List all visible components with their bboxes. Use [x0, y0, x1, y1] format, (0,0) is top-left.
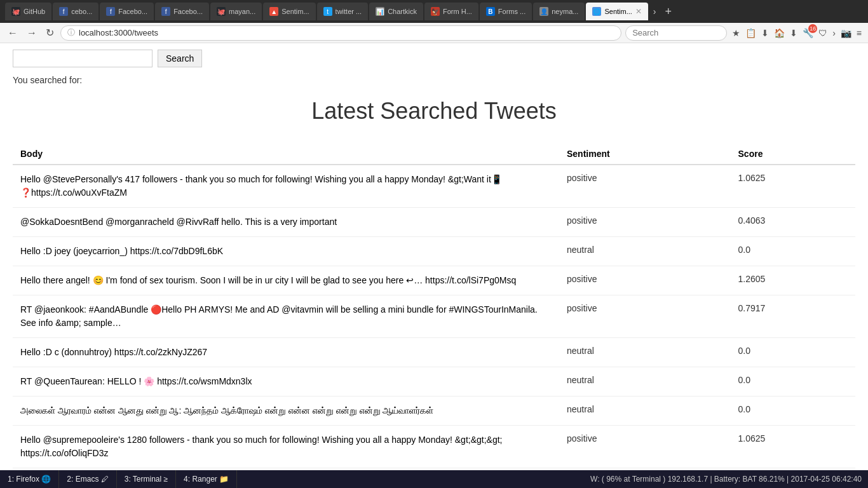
tweet-sentiment-cell: positive — [559, 295, 731, 338]
tweets-body: Hello @StevePersonally's 417 followers -… — [13, 165, 855, 488]
tweet-body-cell: Hello there angel! 😊 I'm fond of sex tou… — [13, 266, 559, 295]
url-display: localhost:3000/tweets — [79, 28, 158, 37]
search-bar: Search — [13, 50, 855, 67]
tab-mayan[interactable]: 🐙 mayan... — [210, 3, 262, 20]
new-tab-button[interactable]: + — [661, 5, 676, 18]
tweet-body-cell: RT @jaeonkook: #AandABundle 🔴Hello PH AR… — [13, 295, 559, 338]
taskbar-firefox[interactable]: 1: Firefox 🌐 — [0, 470, 59, 488]
table-row: Hello @StevePersonally's 417 followers -… — [13, 165, 855, 208]
tab-close-icon[interactable]: ✕ — [635, 7, 642, 16]
taskbar: 1: Firefox 🌐 2: Emacs 🖊 3: Terminal ≥ 4:… — [0, 470, 868, 488]
tweet-score-cell: 1.0625 — [731, 165, 855, 208]
tweets-table: Body Sentiment Score Hello @StevePersona… — [13, 144, 855, 488]
tweet-body-cell: @SokkaDoesntBend @morganracheld @RivvRaf… — [13, 208, 559, 237]
page-content: Search You searched for: Latest Searched… — [0, 43, 868, 488]
search-button[interactable]: Search — [158, 50, 202, 67]
taskbar-terminal[interactable]: 3: Terminal ≥ — [117, 470, 176, 488]
tweet-sentiment-cell: positive — [559, 208, 731, 237]
header-body: Body — [13, 144, 559, 165]
header-score: Score — [731, 144, 855, 165]
tab-facebook3[interactable]: f Facebo... — [155, 3, 209, 20]
adblock-icon[interactable]: 🛡 — [817, 27, 829, 39]
tweet-body-cell: RT @QueenTaurean: HELLO ! 🌸 https://t.co… — [13, 367, 559, 396]
you-searched-label: You searched for: — [13, 75, 855, 85]
tab-overflow-button[interactable]: › — [649, 6, 660, 17]
table-row: அலைகள் ஆரவாரம் என்ன ஆனது என்று ஆ: ஆனந்தம… — [13, 396, 855, 426]
tweet-sentiment-cell: positive — [559, 426, 731, 468]
tweet-body-cell: Hello @StevePersonally's 417 followers -… — [13, 165, 559, 208]
tweet-body-cell: Hello :D c (donnuhtroy) https://t.co/2zk… — [13, 338, 559, 367]
browser-chrome: 🐙 GitHub f cebo... f Facebo... f Facebo.… — [0, 0, 868, 43]
taskbar-sysinfo: W: ( 96% at Terminal ) 192.168.1.7 | Bat… — [584, 475, 868, 484]
search-input[interactable] — [13, 50, 153, 67]
tweet-sentiment-cell: positive — [559, 165, 731, 208]
browser-search-input[interactable] — [632, 28, 720, 37]
lock-icon: ⓘ — [67, 27, 75, 38]
tab-facebook2[interactable]: f Facebo... — [100, 3, 154, 20]
tab-facebook1[interactable]: f cebo... — [53, 3, 98, 20]
tweet-score-cell: 0.7917 — [731, 295, 855, 338]
tab-chartkick[interactable]: 📊 Chartkick — [369, 3, 423, 20]
bookmarks-icon[interactable]: 📋 — [744, 27, 757, 39]
page-title: Latest Searched Tweets — [13, 98, 855, 125]
tweet-sentiment-cell: neutral — [559, 338, 731, 367]
table-row: Hello :D joey (joeycarrion_) https://t.c… — [13, 237, 855, 266]
table-row: RT @QueenTaurean: HELLO ! 🌸 https://t.co… — [13, 367, 855, 396]
tweet-sentiment-cell: neutral — [559, 367, 731, 396]
tweet-sentiment-cell: neutral — [559, 396, 731, 426]
taskbar-ranger[interactable]: 4: Ranger 📁 — [176, 470, 237, 488]
table-row: @SokkaDoesntBend @morganracheld @RivvRaf… — [13, 208, 855, 237]
table-row: RT @jaeonkook: #AandABundle 🔴Hello PH AR… — [13, 295, 855, 338]
table-header: Body Sentiment Score — [13, 144, 855, 165]
tweet-score-cell: 0.0 — [731, 237, 855, 266]
tab-bar: 🐙 GitHub f cebo... f Facebo... f Facebo.… — [0, 0, 868, 23]
tweet-score-cell: 1.0625 — [731, 426, 855, 468]
address-bar[interactable]: ⓘ localhost:3000/tweets — [60, 25, 621, 41]
extensions-toggle-icon[interactable]: › — [831, 27, 837, 39]
back-button[interactable]: ← — [5, 26, 20, 40]
screenshot-icon[interactable]: 📷 — [839, 27, 853, 39]
tab-formh[interactable]: 🦅 Form H... — [424, 3, 478, 20]
table-row: Hello there angel! 😊 I'm fond of sex tou… — [13, 266, 855, 295]
tab-github[interactable]: 🐙 GitHub — [5, 3, 51, 20]
tweet-score-cell: 0.0 — [731, 396, 855, 426]
tweet-body-cell: அலைகள் ஆரவாரம் என்ன ஆனது என்று ஆ: ஆனந்தம… — [13, 396, 559, 426]
menu-icon[interactable]: ≡ — [855, 27, 863, 39]
tab-neyma[interactable]: 👤 neyma... — [533, 3, 585, 20]
addon-badge: 16 — [808, 24, 817, 33]
tweet-body-cell: Hello @supremepooleire's 1280 followers … — [13, 426, 559, 468]
nav-bar: ← → ↻ ⓘ localhost:3000/tweets ★ 📋 ⬇ 🏠 ⬇ … — [0, 23, 868, 43]
table-row: Hello :D c (donnuhtroy) https://t.co/2zk… — [13, 338, 855, 367]
tweet-sentiment-cell: neutral — [559, 237, 731, 266]
home-icon[interactable]: 🏠 — [773, 27, 786, 39]
tweet-sentiment-cell: positive — [559, 266, 731, 295]
reload-button[interactable]: ↻ — [43, 25, 57, 40]
header-sentiment: Sentiment — [559, 144, 731, 165]
tab-sentim-active[interactable]: 🌐 Sentim... ✕ — [586, 3, 648, 20]
download-icon[interactable]: ⬇ — [760, 27, 770, 39]
tab-sentim1[interactable]: ▲ Sentim... — [263, 3, 315, 20]
bookmark-star-icon[interactable]: ★ — [731, 27, 742, 39]
tweet-body-cell: Hello :D joey (joeycarrion_) https://t.c… — [13, 237, 559, 266]
taskbar-emacs[interactable]: 2: Emacs 🖊 — [59, 470, 116, 488]
tweet-score-cell: 0.0 — [731, 367, 855, 396]
forward-button[interactable]: → — [24, 26, 39, 40]
tweet-score-cell: 0.0 — [731, 338, 855, 367]
addon-icon[interactable]: 🔧 16 — [801, 27, 815, 39]
tab-forms[interactable]: B Forms ... — [480, 3, 532, 20]
nav-icon-group: ★ 📋 ⬇ 🏠 ⬇ 🔧 16 🛡 › 📷 ≡ — [731, 27, 863, 39]
table-row: Hello @supremepooleire's 1280 followers … — [13, 426, 855, 468]
browser-search-bar[interactable] — [625, 25, 727, 41]
tab-twitter[interactable]: t twitter ... — [317, 3, 369, 20]
tweet-score-cell: 0.4063 — [731, 208, 855, 237]
pocket-icon[interactable]: ⬇ — [789, 27, 799, 39]
tweet-score-cell: 1.2605 — [731, 266, 855, 295]
